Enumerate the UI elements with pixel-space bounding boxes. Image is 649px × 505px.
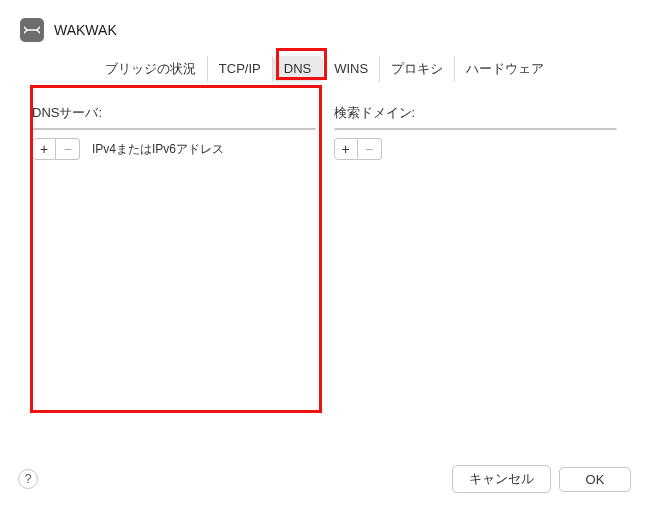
dns-servers-list[interactable] (32, 128, 316, 130)
cancel-button[interactable]: キャンセル (452, 465, 551, 493)
add-dns-server-button[interactable]: + (32, 138, 56, 160)
search-domains-controls: + − (334, 136, 618, 162)
dns-servers-controls: + − IPv4またはIPv6アドレス (32, 136, 316, 162)
tab-tcpip[interactable]: TCP/IP (208, 56, 273, 82)
tab-proxy[interactable]: プロキシ (380, 56, 455, 82)
add-search-domain-button[interactable]: + (334, 138, 358, 160)
page-title: WAKWAK (54, 22, 117, 38)
dns-servers-column: DNSサーバ: + − IPv4またはIPv6アドレス (32, 98, 316, 162)
tab-hardware[interactable]: ハードウェア (455, 56, 555, 82)
tabs: ブリッジの状況 TCP/IP DNS WINS プロキシ ハードウェア (0, 56, 649, 82)
search-domains-column: 検索ドメイン: + − (334, 98, 618, 162)
remove-search-domain-button[interactable]: − (358, 138, 382, 160)
ok-button[interactable]: OK (559, 467, 631, 492)
dns-hint-text: IPv4またはIPv6アドレス (92, 141, 224, 158)
search-domains-list[interactable] (334, 128, 618, 130)
header: WAKWAK (0, 0, 649, 52)
tab-bridge-status[interactable]: ブリッジの状況 (94, 56, 208, 82)
footer: ? キャンセル OK (0, 465, 649, 493)
tab-dns[interactable]: DNS (273, 56, 323, 82)
remove-dns-server-button[interactable]: − (56, 138, 80, 160)
search-domains-label: 検索ドメイン: (334, 104, 618, 122)
network-bridge-icon (20, 18, 44, 42)
content-area: DNSサーバ: + − IPv4またはIPv6アドレス 検索ドメイン: + − (0, 88, 649, 162)
tab-wins[interactable]: WINS (323, 56, 380, 82)
dns-servers-label: DNSサーバ: (32, 104, 316, 122)
help-button[interactable]: ? (18, 469, 38, 489)
